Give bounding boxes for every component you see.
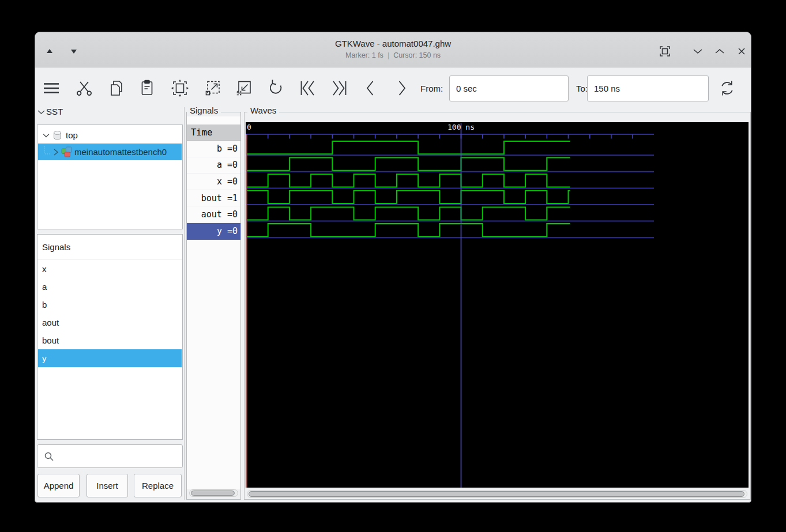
status-text: Marker: 1 fs|Cursor: 150 ns xyxy=(35,51,751,59)
signal-row-b[interactable]: b =0 xyxy=(187,141,240,157)
list-item-x[interactable]: x xyxy=(38,260,182,278)
signals-value-list: Time b =0 a =0 x =0 bout =1 aout =0 y =0 xyxy=(187,116,240,489)
zoom-in-icon xyxy=(203,78,223,98)
skip-to-start-icon xyxy=(298,78,317,98)
scissors-icon xyxy=(74,78,94,98)
to-input[interactable] xyxy=(587,76,709,101)
window-title: GTKWave - automat0047.ghw xyxy=(35,39,751,48)
waves-hscrollbar[interactable] xyxy=(247,490,747,498)
signal-row-a[interactable]: a =0 xyxy=(187,157,240,174)
close-icon xyxy=(738,47,746,55)
from-input[interactable] xyxy=(449,76,569,101)
maximize-button[interactable] xyxy=(713,45,726,58)
expander-right-icon xyxy=(53,149,59,156)
status-separator: | xyxy=(388,51,389,59)
fullscreen-button[interactable] xyxy=(659,45,671,58)
titlebar[interactable]: GTKWave - automat0047.ghw Marker: 1 fs|C… xyxy=(35,32,751,67)
reload-button[interactable] xyxy=(717,78,738,99)
chevron-up-icon xyxy=(715,48,724,54)
tree-branch-icon xyxy=(42,146,51,158)
component-cubes-icon xyxy=(61,146,72,157)
insert-label: Insert xyxy=(96,481,118,491)
waves-hscrollbar-handle[interactable] xyxy=(249,491,744,497)
signal-row-aout[interactable]: aout =0 xyxy=(187,206,240,223)
signal-row-x[interactable]: x =0 xyxy=(187,173,240,190)
chevron-left-icon xyxy=(360,78,380,98)
cut-button[interactable] xyxy=(74,78,95,99)
list-item-b[interactable]: b xyxy=(38,296,182,314)
from-label: From: xyxy=(420,84,443,93)
ruler-100ns-label: 100 ns xyxy=(447,123,475,131)
to-label: To: xyxy=(576,84,588,93)
gtkwave-window: GTKWave - automat0047.ghw Marker: 1 fs|C… xyxy=(35,32,751,503)
undo-button[interactable] xyxy=(265,78,286,99)
signal-browser: Signals x a b aout bout y xyxy=(37,234,183,440)
chevron-down-icon xyxy=(693,48,702,54)
wave-canvas[interactable]: 0 100 ns xyxy=(246,122,749,488)
sst-header[interactable]: SST xyxy=(37,107,63,116)
clipboard-icon xyxy=(137,78,157,98)
insert-button[interactable]: Insert xyxy=(87,474,128,497)
undo-icon xyxy=(266,78,285,98)
ruler-origin-label: 0 xyxy=(247,123,251,131)
step-right-button[interactable] xyxy=(392,78,412,99)
zoom-out-button[interactable] xyxy=(234,78,254,99)
append-label: Append xyxy=(44,481,74,491)
sst-tree: top meinautomattestbench0 xyxy=(37,124,183,229)
marker-status: Marker: 1 fs xyxy=(345,51,383,59)
list-item-a[interactable]: a xyxy=(38,278,182,296)
copy-button[interactable] xyxy=(106,78,127,99)
append-button[interactable]: Append xyxy=(37,474,80,497)
signal-row-bout[interactable]: bout =1 xyxy=(187,190,240,207)
skip-to-end-icon xyxy=(330,78,349,98)
reload-icon xyxy=(717,78,737,98)
step-left-button[interactable] xyxy=(360,78,381,99)
paste-button[interactable] xyxy=(137,78,157,99)
search-box[interactable] xyxy=(37,444,183,468)
skip-to-start-button[interactable] xyxy=(297,78,318,99)
waveform-plot xyxy=(246,122,749,488)
cursor-status: Cursor: 150 ns xyxy=(393,51,441,59)
close-button[interactable] xyxy=(735,45,748,58)
signal-browser-header: Signals xyxy=(37,235,182,259)
signal-row-y[interactable]: y =0 xyxy=(187,223,240,240)
chevron-right-icon xyxy=(392,78,412,98)
sst-header-label: SST xyxy=(46,107,63,116)
replace-label: Replace xyxy=(142,481,174,491)
expander-down-icon xyxy=(43,133,50,138)
zoom-out-icon xyxy=(234,78,254,98)
tree-item-testbench[interactable]: meinautomattestbench0 xyxy=(38,144,182,160)
time-header[interactable]: Time xyxy=(187,124,240,141)
pane-splitter-left[interactable] xyxy=(184,107,185,500)
signals-hscrollbar[interactable] xyxy=(189,489,238,497)
waves-frame-label: Waves xyxy=(247,105,279,115)
replace-button[interactable]: Replace xyxy=(134,474,182,497)
signals-frame-label: Signals xyxy=(187,105,221,115)
minimize-button[interactable] xyxy=(691,45,704,58)
skip-to-end-button[interactable] xyxy=(329,78,350,99)
zoom-fit-button[interactable] xyxy=(170,78,190,99)
zoom-fit-icon xyxy=(170,78,190,98)
list-item-y[interactable]: y xyxy=(38,349,182,367)
copy-icon xyxy=(107,78,126,98)
database-cylinder-icon xyxy=(52,130,62,141)
search-input[interactable] xyxy=(57,445,180,469)
menu-button[interactable] xyxy=(41,78,62,99)
tree-item-label: top xyxy=(66,130,78,140)
signals-hscrollbar-handle[interactable] xyxy=(191,491,235,496)
search-icon xyxy=(44,451,54,462)
list-item-aout[interactable]: aout xyxy=(38,314,182,331)
screen: GTKWave - automat0047.ghw Marker: 1 fs|C… xyxy=(0,0,786,532)
menu-icon xyxy=(42,78,61,98)
zoom-in-button[interactable] xyxy=(202,78,223,99)
tree-item-label: meinautomattestbench0 xyxy=(74,147,167,157)
list-item-bout[interactable]: bout xyxy=(38,331,182,349)
fullscreen-icon xyxy=(659,45,671,58)
tree-item-top[interactable]: top xyxy=(38,127,182,144)
expander-down-icon xyxy=(37,110,45,115)
